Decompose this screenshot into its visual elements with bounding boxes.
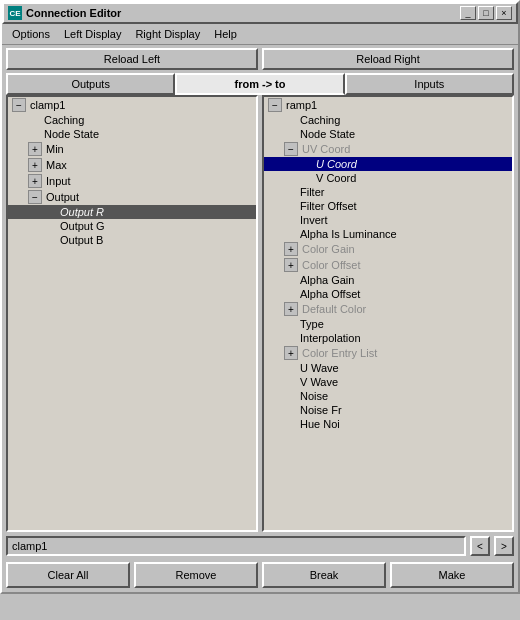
title-buttons: _ □ ×: [460, 6, 512, 20]
right-item-noisefreq[interactable]: Noise Fr: [264, 403, 512, 417]
reload-left-button[interactable]: Reload Left: [6, 48, 258, 70]
right-label-caching: Caching: [300, 114, 340, 126]
expand-icon-uvcoord[interactable]: −: [284, 142, 298, 156]
left-item-nodestate[interactable]: Node State: [8, 127, 256, 141]
right-item-alphagain[interactable]: Alpha Gain: [264, 273, 512, 287]
action-buttons: Clear All Remove Break Make: [2, 560, 518, 592]
tab-outputs[interactable]: Outputs: [6, 73, 175, 95]
expand-icon-clamp1[interactable]: −: [12, 98, 26, 112]
right-item-colorentrylist[interactable]: + Color Entry List: [264, 345, 512, 361]
left-item-output[interactable]: − Output: [8, 189, 256, 205]
bottom-field-row: clamp1 < >: [6, 534, 514, 558]
make-button[interactable]: Make: [390, 562, 514, 588]
right-panel-content[interactable]: − ramp1 Caching Node State − UV Coord: [264, 97, 512, 530]
right-item-ucoord[interactable]: U Coord: [264, 157, 512, 171]
right-item-colorgain[interactable]: + Color Gain: [264, 241, 512, 257]
right-label-invert: Invert: [300, 214, 328, 226]
right-item-filteroffset[interactable]: Filter Offset: [264, 199, 512, 213]
break-button[interactable]: Break: [262, 562, 386, 588]
menu-left-display[interactable]: Left Display: [58, 26, 127, 42]
left-label-clamp1: clamp1: [30, 99, 65, 111]
left-item-clamp1[interactable]: − clamp1: [8, 97, 256, 113]
left-item-outputB[interactable]: Output B: [8, 233, 256, 247]
menu-right-display[interactable]: Right Display: [129, 26, 206, 42]
expand-icon-coloroffset[interactable]: +: [284, 258, 298, 272]
panels-area: − clamp1 Caching Node State + Min: [2, 95, 518, 532]
left-panel-content[interactable]: − clamp1 Caching Node State + Min: [8, 97, 256, 530]
right-item-alphalum[interactable]: Alpha Is Luminance: [264, 227, 512, 241]
right-item-ramp1[interactable]: − ramp1: [264, 97, 512, 113]
right-label-filteroffset: Filter Offset: [300, 200, 357, 212]
right-label-nodestate: Node State: [300, 128, 355, 140]
right-label-alphaoffset: Alpha Offset: [300, 288, 360, 300]
expand-icon-input[interactable]: +: [28, 174, 42, 188]
left-item-outputG[interactable]: Output G: [8, 219, 256, 233]
right-item-vwave[interactable]: V Wave: [264, 375, 512, 389]
nav-next-button[interactable]: >: [494, 536, 514, 556]
left-item-caching[interactable]: Caching: [8, 113, 256, 127]
right-item-alphaoffset[interactable]: Alpha Offset: [264, 287, 512, 301]
right-label-coloroffset: Color Offset: [302, 259, 361, 271]
right-label-uwave: U Wave: [300, 362, 339, 374]
right-item-huenoise[interactable]: Hue Noi: [264, 417, 512, 431]
right-item-interpolation[interactable]: Interpolation: [264, 331, 512, 345]
expand-icon-ramp1[interactable]: −: [268, 98, 282, 112]
right-label-ramp1: ramp1: [286, 99, 317, 111]
bottom-field-value: clamp1: [6, 536, 466, 556]
right-label-vwave: V Wave: [300, 376, 338, 388]
right-label-interpolation: Interpolation: [300, 332, 361, 344]
right-label-colorgain: Color Gain: [302, 243, 355, 255]
right-item-caching[interactable]: Caching: [264, 113, 512, 127]
right-item-uwave[interactable]: U Wave: [264, 361, 512, 375]
nav-prev-button[interactable]: <: [470, 536, 490, 556]
clear-all-button[interactable]: Clear All: [6, 562, 130, 588]
right-item-coloroffset[interactable]: + Color Offset: [264, 257, 512, 273]
left-label-min: Min: [46, 143, 64, 155]
remove-button[interactable]: Remove: [134, 562, 258, 588]
menu-help[interactable]: Help: [208, 26, 243, 42]
left-item-input[interactable]: + Input: [8, 173, 256, 189]
title-bar: CE Connection Editor _ □ ×: [2, 2, 518, 24]
right-item-vcoord[interactable]: V Coord: [264, 171, 512, 185]
right-label-filter: Filter: [300, 186, 324, 198]
expand-icon-min[interactable]: +: [28, 142, 42, 156]
maximize-button[interactable]: □: [478, 6, 494, 20]
expand-icon-colorgain[interactable]: +: [284, 242, 298, 256]
left-item-max[interactable]: + Max: [8, 157, 256, 173]
right-item-nodestate[interactable]: Node State: [264, 127, 512, 141]
tab-bar: Outputs from -> to Inputs: [2, 73, 518, 95]
window-container: CE Connection Editor _ □ × Options Left …: [0, 0, 520, 594]
right-label-noise: Noise: [300, 390, 328, 402]
expand-icon-output[interactable]: −: [28, 190, 42, 204]
left-label-output: Output: [46, 191, 79, 203]
expand-icon-defaultcolor[interactable]: +: [284, 302, 298, 316]
right-item-uvcoord[interactable]: − UV Coord: [264, 141, 512, 157]
right-item-invert[interactable]: Invert: [264, 213, 512, 227]
tab-from-to[interactable]: from -> to: [175, 73, 344, 95]
toolbar: Reload Left Reload Right: [2, 45, 518, 73]
right-label-noisefreq: Noise Fr: [300, 404, 342, 416]
right-item-filter[interactable]: Filter: [264, 185, 512, 199]
bottom-field-text: clamp1: [12, 540, 47, 552]
left-label-outputB: Output B: [60, 234, 103, 246]
left-item-outputR[interactable]: Output R: [8, 205, 256, 219]
close-button[interactable]: ×: [496, 6, 512, 20]
menu-bar: Options Left Display Right Display Help: [2, 24, 518, 45]
left-label-caching: Caching: [44, 114, 84, 126]
expand-icon-max[interactable]: +: [28, 158, 42, 172]
right-item-noise[interactable]: Noise: [264, 389, 512, 403]
window-title: Connection Editor: [26, 7, 121, 19]
left-label-input: Input: [46, 175, 70, 187]
right-item-type[interactable]: Type: [264, 317, 512, 331]
left-item-min[interactable]: + Min: [8, 141, 256, 157]
reload-right-button[interactable]: Reload Right: [262, 48, 514, 70]
menu-options[interactable]: Options: [6, 26, 56, 42]
right-label-alphalum: Alpha Is Luminance: [300, 228, 397, 240]
expand-icon-colorentrylist[interactable]: +: [284, 346, 298, 360]
minimize-button[interactable]: _: [460, 6, 476, 20]
right-label-vcoord: V Coord: [316, 172, 356, 184]
tab-inputs[interactable]: Inputs: [345, 73, 514, 95]
right-item-defaultcolor[interactable]: + Default Color: [264, 301, 512, 317]
left-panel: − clamp1 Caching Node State + Min: [6, 95, 258, 532]
bottom-area: clamp1 < >: [2, 532, 518, 560]
